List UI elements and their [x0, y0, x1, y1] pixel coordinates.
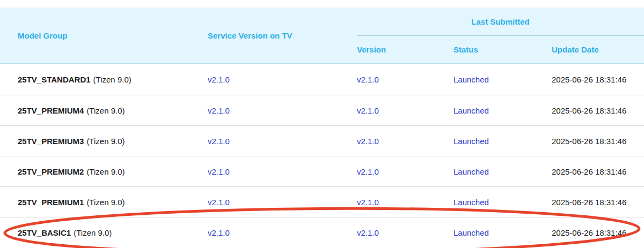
service-version-cell: v2.1.0 [190, 95, 339, 125]
model-group-cell: 25TV_PREMIUM1 (Tizen 9.0) [0, 187, 190, 217]
table-row: 25TV_PREMIUM1 (Tizen 9.0) v2.1.0 v2.1.0 … [0, 186, 644, 217]
model-name: 25TV_PREMIUM4 [18, 106, 84, 115]
column-header-status: Status [436, 36, 534, 63]
table-row: 25TV_PREMIUM2 (Tizen 9.0) v2.1.0 v2.1.0 … [0, 156, 644, 186]
service-version-link[interactable]: v2.1.0 [208, 167, 230, 176]
status-cell: Launched [436, 156, 534, 186]
table-row: 25TV_PREMIUM4 (Tizen 9.0) v2.1.0 v2.1.0 … [0, 95, 644, 125]
model-group-cell: 25TV_PREMIUM4 (Tizen 9.0) [0, 95, 190, 125]
submitted-version-cell: v2.1.0 [339, 187, 436, 217]
service-version-link[interactable]: v2.1.0 [208, 137, 230, 146]
status-value: Launched [453, 106, 489, 115]
status-value: Launched [453, 167, 489, 176]
status-cell: Launched [436, 187, 534, 217]
model-platform: (Tizen 9.0) [86, 137, 125, 146]
column-header-status-label: Status [453, 45, 478, 54]
table-row: 25TV_STANDARD1 (Tizen 9.0) v2.1.0 v2.1.0… [0, 64, 644, 95]
model-group-cell: 25TV_BASIC1 (Tizen 9.0) [0, 217, 190, 247]
model-name: 25TV_PREMIUM2 [18, 167, 84, 176]
model-platform: (Tizen 9.0) [86, 167, 125, 176]
service-version-cell: v2.1.0 [190, 217, 339, 247]
submitted-version-cell: v2.1.0 [339, 126, 436, 156]
service-version-link[interactable]: v2.1.0 [208, 228, 230, 237]
last-submitted-subheaders: Version Status Update Date [339, 36, 644, 63]
update-date-value: 2025-06-26 18:31:46 [552, 106, 626, 115]
submitted-version-cell: v2.1.0 [339, 217, 436, 247]
update-date-cell: 2025-06-26 18:31:46 [534, 64, 644, 95]
update-date-cell: 2025-06-26 18:31:46 [534, 187, 644, 217]
column-group-last-submitted: Last Submitted Version Status Update Dat… [339, 7, 644, 63]
column-header-version-label: Version [357, 45, 386, 54]
model-name: 25TV_STANDARD1 [18, 75, 91, 84]
submitted-version-cell: v2.1.0 [339, 95, 436, 125]
update-date-cell: 2025-06-26 18:31:46 [534, 126, 644, 156]
submitted-version-link[interactable]: v2.1.0 [357, 75, 379, 84]
model-group-cell: 25TV_PREMIUM3 (Tizen 9.0) [0, 126, 190, 156]
column-header-update-date: Update Date [534, 36, 644, 63]
update-date-value: 2025-06-26 18:31:46 [552, 198, 626, 207]
update-date-value: 2025-06-26 18:31:46 [552, 167, 626, 176]
service-version-cell: v2.1.0 [190, 64, 339, 95]
submitted-version-link[interactable]: v2.1.0 [357, 106, 379, 115]
column-header-model-group-label: Model Group [18, 31, 68, 40]
model-platform: (Tizen 9.0) [93, 75, 131, 84]
column-header-model-group: Model Group [0, 7, 190, 63]
column-header-last-submitted: Last Submitted [339, 7, 644, 35]
status-value: Launched [453, 137, 489, 146]
model-name: 25TV_BASIC1 [18, 228, 71, 237]
update-date-cell: 2025-06-26 18:31:46 [534, 95, 644, 125]
model-name: 25TV_PREMIUM3 [18, 137, 84, 146]
column-header-service-version-label: Service Version on TV [208, 31, 292, 40]
status-value: Launched [453, 198, 489, 207]
update-date-cell: 2025-06-26 18:31:46 [534, 217, 644, 247]
submitted-version-cell: v2.1.0 [339, 64, 436, 95]
service-version-cell: v2.1.0 [190, 156, 339, 186]
column-header-last-submitted-label: Last Submitted [471, 17, 529, 26]
status-cell: Launched [436, 217, 534, 247]
status-cell: Launched [436, 64, 534, 95]
model-group-table-page: Model Group Service Version on TV Last S… [0, 0, 644, 248]
service-version-link[interactable]: v2.1.0 [208, 198, 230, 207]
submitted-version-link[interactable]: v2.1.0 [357, 167, 379, 176]
column-header-version: Version [339, 36, 436, 63]
table-row: 25TV_PREMIUM3 (Tizen 9.0) v2.1.0 v2.1.0 … [0, 125, 644, 156]
update-date-cell: 2025-06-26 18:31:46 [534, 156, 644, 186]
model-platform: (Tizen 9.0) [86, 106, 125, 115]
model-group-table: Model Group Service Version on TV Last S… [0, 7, 644, 247]
submitted-version-link[interactable]: v2.1.0 [357, 228, 379, 237]
update-date-value: 2025-06-26 18:31:46 [552, 228, 626, 237]
column-header-service-version: Service Version on TV [190, 7, 339, 63]
service-version-cell: v2.1.0 [190, 126, 339, 156]
model-name: 25TV_PREMIUM1 [18, 198, 84, 207]
status-value: Launched [453, 228, 489, 237]
service-version-link[interactable]: v2.1.0 [208, 106, 230, 115]
model-platform: (Tizen 9.0) [74, 228, 112, 237]
submitted-version-link[interactable]: v2.1.0 [357, 137, 379, 146]
status-cell: Launched [436, 95, 534, 125]
submitted-version-cell: v2.1.0 [339, 156, 436, 186]
table-header: Model Group Service Version on TV Last S… [0, 7, 644, 64]
status-value: Launched [453, 75, 489, 84]
service-version-link[interactable]: v2.1.0 [208, 75, 230, 84]
submitted-version-link[interactable]: v2.1.0 [357, 198, 379, 207]
model-group-cell: 25TV_STANDARD1 (Tizen 9.0) [0, 64, 190, 95]
column-header-update-date-label: Update Date [552, 45, 599, 54]
status-cell: Launched [436, 126, 534, 156]
table-row-highlighted: 25TV_BASIC1 (Tizen 9.0) v2.1.0 v2.1.0 La… [0, 217, 644, 247]
update-date-value: 2025-06-26 18:31:46 [552, 137, 626, 146]
service-version-cell: v2.1.0 [190, 187, 339, 217]
update-date-value: 2025-06-26 18:31:46 [552, 75, 626, 84]
model-platform: (Tizen 9.0) [86, 198, 125, 207]
model-group-cell: 25TV_PREMIUM2 (Tizen 9.0) [0, 156, 190, 186]
